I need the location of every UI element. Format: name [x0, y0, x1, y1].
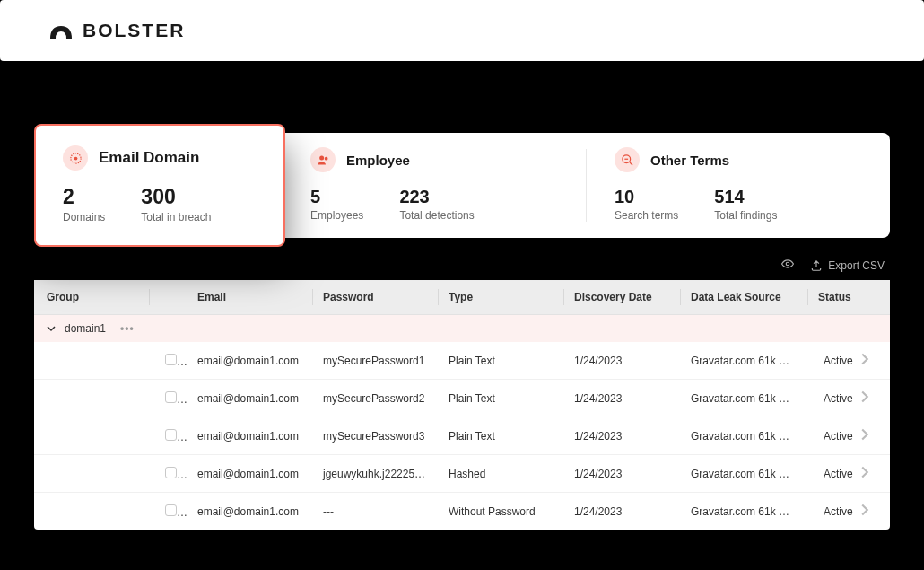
- td-check: [149, 456, 187, 492]
- td-date: 1/24/2023: [563, 419, 680, 453]
- td-email: email@domain1.com: [187, 495, 312, 529]
- main-content: Email Domain 2 Domains 300 Total in brea…: [0, 61, 924, 530]
- td-group: [34, 425, 149, 447]
- row-checkbox[interactable]: [165, 354, 177, 365]
- td-type: Hashed: [438, 457, 563, 491]
- summary-cards: Email Domain 2 Domains 300 Total in brea…: [34, 133, 890, 238]
- stat-domains-label: Domains: [63, 211, 105, 224]
- row-expand-button[interactable]: [859, 466, 880, 481]
- td-email: email@domain1.com: [187, 419, 312, 453]
- td-email: email@domain1.com: [187, 381, 312, 416]
- th-check: [149, 280, 187, 314]
- export-label: Export CSV: [828, 259, 885, 272]
- stat-employees-label: Employees: [310, 209, 363, 222]
- td-email: email@domain1.com: [187, 457, 312, 491]
- th-email[interactable]: Email: [187, 280, 312, 314]
- td-group: [34, 463, 149, 485]
- td-password: ---: [312, 495, 438, 529]
- row-checkbox[interactable]: [165, 429, 177, 441]
- table-row[interactable]: email@domain1.com---Without Password1/24…: [34, 493, 890, 530]
- td-group: [34, 388, 149, 409]
- export-csv-button[interactable]: Export CSV: [810, 259, 885, 272]
- td-date: 1/24/2023: [563, 457, 680, 491]
- card-other-terms[interactable]: Other Terms 10 Search terms 514 Total fi…: [586, 133, 890, 238]
- status-text: Active: [824, 355, 853, 367]
- card-title: Employee: [346, 153, 410, 168]
- td-password: mySecurePassword3: [312, 419, 438, 453]
- status-text: Active: [824, 468, 853, 480]
- td-password: mySecurePassword2: [312, 381, 438, 416]
- row-checkbox[interactable]: [165, 467, 177, 478]
- table-row[interactable]: email@domain1.commySecurePassword1Plain …: [34, 342, 890, 380]
- card-email-domain[interactable]: Email Domain 2 Domains 300 Total in brea…: [34, 124, 285, 247]
- td-password: mySecurePassword1: [312, 344, 438, 378]
- td-group: [34, 501, 149, 522]
- card-strip: Employee 5 Employees 223 Total detection…: [282, 133, 890, 238]
- table-header: Group Email Password Type Discovery Date…: [34, 280, 890, 315]
- row-expand-button[interactable]: [859, 353, 880, 368]
- table-row[interactable]: email@domain1.commySecurePassword2Plain …: [34, 380, 890, 417]
- td-source: Gravatar.com 61k Peo...: [680, 419, 807, 453]
- svg-point-1: [74, 156, 77, 160]
- td-date: 1/24/2023: [563, 344, 680, 378]
- findings-table: Group Email Password Type Discovery Date…: [34, 280, 890, 530]
- td-source: Gravatar.com 61k Peo...: [680, 381, 807, 416]
- stat-detections-value: 223: [399, 187, 474, 207]
- td-type: Plain Text: [438, 381, 563, 416]
- chevron-down-icon: [47, 324, 56, 333]
- more-icon[interactable]: •••: [120, 322, 135, 335]
- td-source: Gravatar.com 61k Peo...: [680, 457, 807, 491]
- td-type: Plain Text: [438, 344, 563, 378]
- td-status: Active: [807, 417, 890, 454]
- row-expand-button[interactable]: [859, 428, 880, 443]
- td-source: Gravatar.com 61k Peo...: [680, 344, 807, 378]
- row-expand-button[interactable]: [859, 390, 880, 406]
- td-check: [149, 381, 187, 417]
- stat-breach-label: Total in breach: [141, 211, 211, 224]
- stat-employees-value: 5: [310, 187, 363, 207]
- td-check: [149, 418, 187, 454]
- stat-domains-value: 2: [63, 185, 105, 209]
- svg-point-7: [787, 262, 790, 266]
- row-checkbox[interactable]: [165, 391, 177, 403]
- th-discovery-date[interactable]: Discovery Date: [563, 280, 680, 314]
- td-status: Active: [807, 342, 890, 379]
- svg-point-3: [324, 156, 327, 160]
- bolster-logo-icon: [48, 21, 74, 40]
- th-group[interactable]: Group: [34, 280, 149, 314]
- td-check: [149, 343, 187, 379]
- visibility-icon[interactable]: [781, 258, 794, 273]
- card-title: Other Terms: [650, 153, 729, 168]
- th-status[interactable]: Status: [807, 280, 890, 314]
- table-row[interactable]: email@domain1.comjgeuwykuhk.j222258...Ha…: [34, 455, 890, 493]
- brand-logo[interactable]: BOLSTER: [48, 20, 876, 41]
- td-status: Active: [807, 493, 890, 530]
- status-text: Active: [824, 430, 853, 443]
- td-password: jgeuwykuhk.j222258...: [312, 457, 438, 491]
- row-checkbox[interactable]: [165, 504, 177, 516]
- upload-icon: [810, 259, 823, 272]
- users-icon: [310, 147, 336, 172]
- td-source: Gravatar.com 61k Peo...: [680, 495, 807, 529]
- th-type[interactable]: Type: [438, 280, 563, 314]
- status-text: Active: [824, 505, 853, 518]
- row-expand-button[interactable]: [859, 504, 880, 519]
- header-bar: BOLSTER: [0, 0, 924, 61]
- stat-breach-value: 300: [141, 185, 211, 209]
- td-date: 1/24/2023: [563, 381, 680, 416]
- status-text: Active: [824, 392, 853, 405]
- td-check: [149, 494, 187, 530]
- th-password[interactable]: Password: [312, 280, 438, 314]
- globe-icon: [63, 145, 88, 171]
- stat-detections-label: Total detections: [399, 209, 474, 222]
- td-email: email@domain1.com: [187, 344, 312, 378]
- table-row[interactable]: email@domain1.commySecurePassword3Plain …: [34, 417, 890, 455]
- stat-terms-value: 10: [615, 187, 678, 207]
- search-minus-icon: [615, 147, 640, 172]
- th-source[interactable]: Data Leak Source: [680, 280, 807, 314]
- card-employee[interactable]: Employee 5 Employees 223 Total detection…: [282, 133, 586, 238]
- group-row[interactable]: domain1 •••: [34, 315, 890, 342]
- svg-line-5: [630, 162, 632, 165]
- td-type: Without Password: [438, 495, 563, 529]
- td-date: 1/24/2023: [563, 495, 680, 529]
